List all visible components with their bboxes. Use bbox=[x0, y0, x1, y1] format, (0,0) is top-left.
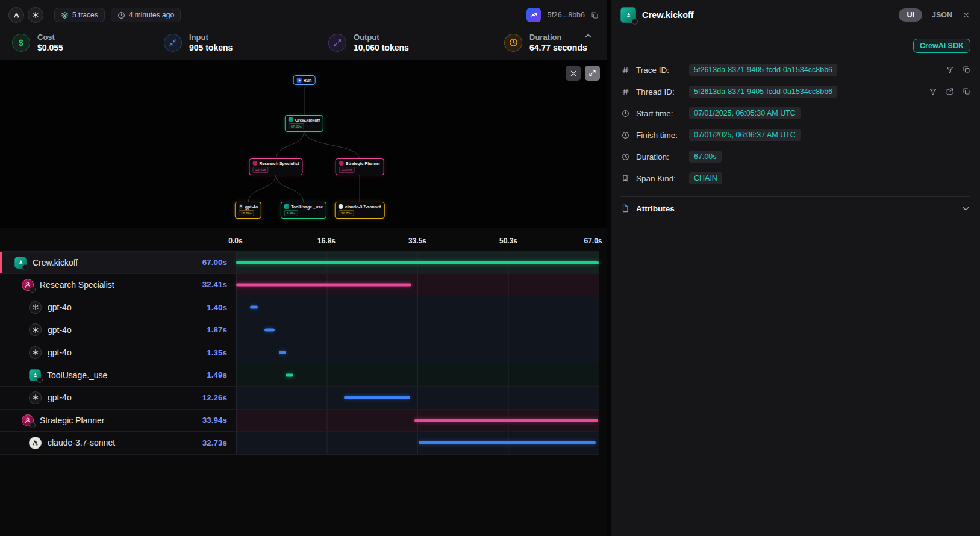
detail-panel-body: CrewAI SDK Trace ID: 5f2613da-8371-9405-… bbox=[611, 30, 980, 228]
openai-icon bbox=[29, 391, 42, 404]
span-bar[interactable] bbox=[250, 306, 258, 309]
waterfall-row[interactable]: gpt-4o 1.35s bbox=[0, 341, 599, 364]
sub-badge bbox=[30, 422, 36, 428]
waterfall-row[interactable]: gpt-4o 12.26s bbox=[0, 387, 599, 410]
graph-node-claude[interactable]: claude-3.7-sonnet 32.73s bbox=[335, 202, 385, 219]
openai-icon bbox=[29, 301, 42, 314]
field-value[interactable]: 07/01/2025, 06:06:37 AM UTC bbox=[689, 129, 801, 141]
clock-icon bbox=[620, 131, 630, 139]
axis-tick: 33.5s bbox=[408, 237, 426, 245]
graph-expand-button[interactable] bbox=[585, 66, 600, 81]
hash-icon bbox=[620, 88, 630, 96]
field-value[interactable]: 67.00s bbox=[689, 151, 722, 163]
graph-node-duration: 12.26s bbox=[239, 210, 254, 216]
span-timeline-cell bbox=[236, 296, 599, 319]
field-label: Trace ID: bbox=[636, 66, 683, 75]
field-label: Span Kind: bbox=[636, 174, 683, 183]
span-name: Crew.kickoff bbox=[33, 258, 78, 267]
span-name: Research Specialist bbox=[40, 280, 114, 290]
graph-node-strategic[interactable]: Strategic Planner 33.94s bbox=[336, 158, 384, 175]
copy-icon[interactable] bbox=[963, 87, 970, 96]
stat-value: 10,060 tokens bbox=[354, 43, 409, 52]
chevron-up-icon[interactable] bbox=[584, 31, 593, 43]
graph-node-gpt[interactable]: *gpt-4o 12.26s bbox=[235, 202, 261, 219]
field-value[interactable]: 5f2613da-8371-9405-fcdd-0a1534cc8bb6 bbox=[689, 64, 837, 76]
span-bar[interactable] bbox=[419, 441, 596, 444]
agent-icon bbox=[339, 161, 344, 166]
waterfall-row[interactable]: Research Specialist 32.41s bbox=[0, 274, 599, 297]
copy-icon[interactable] bbox=[963, 66, 970, 74]
axis-tick: 67.0s bbox=[584, 237, 602, 245]
axis-tick: 50.3s bbox=[499, 237, 517, 245]
trace-age-badge: 4 minutes ago bbox=[111, 8, 181, 22]
detail-panel-tabs: UI JSON bbox=[899, 8, 970, 22]
span-bar[interactable] bbox=[264, 328, 275, 331]
waterfall-row[interactable]: Crew.kickoff 67.00s bbox=[0, 251, 599, 274]
sdk-badge: CrewAI SDK bbox=[913, 39, 970, 53]
stat-label: Output bbox=[354, 33, 409, 42]
field-label: Thread ID: bbox=[636, 87, 683, 96]
span-duration: 1.35s bbox=[207, 348, 227, 357]
field-label: Finish time: bbox=[636, 131, 683, 140]
span-name: gpt-4o bbox=[48, 302, 72, 312]
graph-node-tool[interactable]: ToolUsage._use 1.49s bbox=[281, 202, 326, 219]
waterfall-view: 0.0s16.8s33.5s50.3s67.0s Crew.kickoff 67… bbox=[0, 229, 607, 455]
close-panel-icon[interactable] bbox=[962, 11, 970, 19]
graph-node-crew[interactable]: Crew.kickoff 67.00s bbox=[285, 115, 323, 132]
tab-ui[interactable]: UI bbox=[899, 8, 922, 22]
openai-icon: * bbox=[239, 204, 243, 209]
waterfall-row[interactable]: claude-3.7-sonnet 32.73s bbox=[0, 432, 599, 455]
filter-icon[interactable] bbox=[929, 87, 937, 96]
agent-icon bbox=[22, 414, 34, 426]
field-value[interactable]: 07/01/2025, 06:05:30 AM UTC bbox=[689, 107, 801, 119]
arrout-icon bbox=[328, 34, 346, 52]
detail-field: Thread ID: 5f2613da-8371-9405-fcdd-0a153… bbox=[620, 81, 970, 102]
span-bar[interactable] bbox=[236, 283, 411, 286]
graph-node-label: gpt-4o bbox=[245, 205, 258, 209]
run-icon bbox=[297, 78, 302, 83]
graph-node-run[interactable]: Run bbox=[293, 75, 316, 85]
span-bar[interactable] bbox=[286, 373, 293, 376]
topbar-right: 5f26...8bb6 bbox=[526, 8, 599, 22]
span-duration: 1.49s bbox=[207, 370, 227, 379]
field-value[interactable]: 5f2613da-8371-9405-fcdd-0a1534cc8bb6 bbox=[689, 86, 837, 98]
clock-icon bbox=[620, 153, 630, 161]
external-icon[interactable] bbox=[946, 87, 954, 96]
waterfall-row[interactable]: gpt-4o 1.40s bbox=[0, 296, 599, 319]
openai-icon bbox=[29, 323, 42, 336]
graph-node-research[interactable]: Research Specialist 32.41s bbox=[249, 158, 302, 175]
graph-node-label: Strategic Planner bbox=[346, 161, 381, 166]
chevron-down-icon bbox=[961, 204, 970, 213]
span-bar[interactable] bbox=[344, 396, 410, 399]
span-bar[interactable] bbox=[414, 419, 598, 422]
detail-panel-header: Crew.kickoff UI JSON bbox=[611, 0, 980, 30]
graph-node-duration: 32.41s bbox=[252, 167, 268, 173]
graph-node-duration: 33.94s bbox=[339, 167, 355, 173]
attributes-section-toggle[interactable]: Attributes bbox=[620, 196, 970, 220]
span-bar[interactable] bbox=[236, 261, 599, 264]
span-timeline-cell bbox=[236, 364, 599, 387]
crewai-icon bbox=[29, 369, 41, 381]
waterfall-row[interactable]: Strategic Planner 33.94s bbox=[0, 410, 599, 432]
anthropic-icon bbox=[339, 204, 343, 209]
graph-node-label: claude-3.7-sonnet bbox=[345, 205, 381, 209]
copy-trace-id-icon[interactable] bbox=[591, 11, 599, 19]
graph-close-button[interactable] bbox=[566, 66, 581, 81]
trace-short-id: 5f26...8bb6 bbox=[547, 11, 585, 19]
tab-json[interactable]: JSON bbox=[932, 11, 952, 19]
anthropic-icon bbox=[29, 437, 42, 449]
trend-icon-button[interactable] bbox=[526, 8, 541, 22]
sub-badge bbox=[37, 377, 43, 383]
field-value[interactable]: CHAIN bbox=[689, 172, 722, 184]
openai-logo-icon bbox=[28, 7, 43, 23]
waterfall-row[interactable]: ToolUsage._use 1.49s bbox=[0, 364, 599, 387]
waterfall-row[interactable]: gpt-4o 1.87s bbox=[0, 319, 599, 342]
filter-icon[interactable] bbox=[946, 66, 954, 74]
traces-count-badge[interactable]: 5 traces bbox=[54, 8, 105, 22]
graph-node-duration: 32.73s bbox=[339, 210, 354, 216]
graph-node-label: Crew.kickoff bbox=[295, 118, 320, 122]
stat-label: Input bbox=[189, 33, 233, 42]
span-timeline-cell bbox=[236, 319, 599, 341]
span-bar[interactable] bbox=[279, 351, 286, 354]
openai-icon bbox=[29, 346, 42, 359]
